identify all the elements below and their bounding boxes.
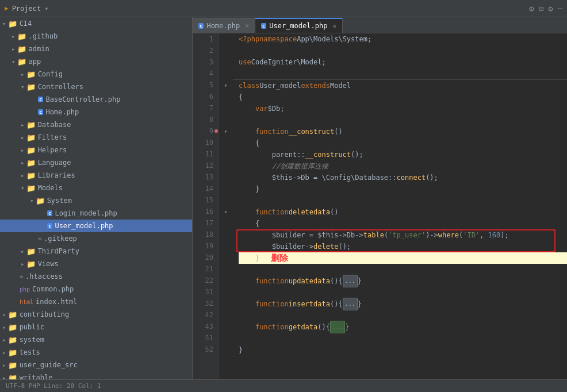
item-label: ThirdParty [38,247,79,255]
item-label: app [29,57,41,66]
folder-icon: 📁 [26,121,36,129]
folder-arrow-icon: ▸ [21,248,25,255]
line-num-4: 4 [193,68,213,79]
line-num-8: 8 [193,114,213,125]
code-line-21 [239,264,567,275]
tab-user-model-close[interactable]: ✕ [332,22,336,30]
folder-arrow-icon: ▸ [21,134,25,141]
sidebar-item-user_model[interactable]: cUser_model.php [0,220,192,232]
sidebar-item-writable[interactable]: ▸📁writable [0,371,192,379]
sidebar-item-github[interactable]: ▸📁.github [0,30,192,43]
sidebar-item-admin[interactable]: ▸📁admin [0,43,192,55]
sidebar-item-public[interactable]: ▸📁public [0,321,192,333]
sidebar-item-index[interactable]: htmlindex.html [0,295,192,308]
gutter-cell-7 [219,102,233,114]
item-label: writable [20,374,53,379]
settings-icon[interactable]: ⚙ [529,4,534,13]
gear-icon[interactable]: ⚙ [548,4,553,13]
main-layout: ▾📁CI4▸📁.github▸📁admin▾📁app▸📁Config▾📁Cont… [0,17,567,379]
tab-user-model-php[interactable]: c User_model.php ✕ [255,18,343,33]
folder-arrow-icon: ▸ [21,121,25,129]
gutter-cell-17 [219,217,233,229]
code-line-42 [239,310,567,321]
sidebar-item-helpers[interactable]: ▸📁Helpers [0,144,192,156]
item-label: Home.php [45,108,79,116]
item-label: contributing [20,310,70,318]
line-num-19: 19 [193,240,213,252]
project-icon: ▶ [5,5,9,12]
sidebar-item-basecontroller[interactable]: cBaseController.php [0,93,192,106]
sidebar-item-app[interactable]: ▾📁app [0,55,192,68]
gutter-cell-22 [219,275,233,286]
folder-icon: 📁 [26,159,36,167]
item-label: Views [38,260,59,268]
file-c-icon: c [47,210,52,216]
file-c-icon: c [38,97,43,102]
code-line-20: }删除 [239,252,567,264]
line-num-13: 13 [193,171,213,183]
file-c-icon: c [47,223,52,229]
line-num-3: 3 [193,56,213,68]
sidebar-item-thirdparty[interactable]: ▸📁ThirdParty [0,245,192,258]
fold-icon[interactable]: ▾ [224,209,227,215]
folder-arrow-icon: ▸ [21,172,25,179]
item-label: .github [29,32,58,40]
sidebar-item-tests[interactable]: ▸📁tests [0,346,192,359]
folder-arrow-icon: ▸ [21,260,25,268]
sidebar-item-system[interactable]: ▾📁System [0,194,192,207]
folder-icon: 📁 [26,83,36,91]
sidebar-item-controllers[interactable]: ▾📁Controllers [0,80,192,93]
fold-icon[interactable]: ▾ [224,82,227,89]
sidebar-item-config[interactable]: ▸📁Config [0,68,192,80]
sidebar-item-user_guide_src[interactable]: ▸📁user_guide_src [0,359,192,371]
line-num-18: 18 [193,229,213,240]
folder-arrow-icon: ▾ [2,20,6,28]
gutter-cell-5: ▾ [219,79,233,91]
fold-icon[interactable]: ▾ [224,128,227,134]
code-line-12: //创建数据库连接 [239,160,567,172]
gutter-cell-3 [219,56,233,68]
folder-icon: 📁 [8,374,17,380]
line-num-2: 2 [193,45,213,56]
sidebar[interactable]: ▾📁CI4▸📁.github▸📁admin▾📁app▸📁Config▾📁Cont… [0,17,193,379]
gutter-cell-8 [219,114,233,125]
split-icon[interactable]: ⊟ [539,4,543,13]
gutter-cell-31 [219,286,233,298]
title-dropdown[interactable]: ▾ [44,5,48,13]
code-line-43: function getdata(){...} [239,321,567,333]
tab-home-php[interactable]: c Home.php ✕ [193,18,255,33]
line-num-11: 11 [193,148,213,160]
sidebar-item-ci4[interactable]: ▾📁CI4 [0,17,192,30]
sidebar-item-filters[interactable]: ▸📁Filters [0,131,192,144]
folder-arrow-icon: ▾ [21,185,25,192]
gutter-cell-20 [219,252,233,263]
line-num-43: 43 [193,321,213,332]
gutter-cell-42 [219,309,233,321]
code-line-1: <?php namespace App\Models\System; [239,33,567,45]
code-container[interactable]: 1234567891011121314151617181920212231324… [193,33,567,379]
item-label: admin [29,45,49,53]
code-line-52: } [239,344,567,356]
sidebar-item-models[interactable]: ▾📁Models [0,182,192,194]
sidebar-item-common[interactable]: phpCommon.php [0,283,192,295]
tab-home-close[interactable]: ✕ [245,22,249,29]
code-line-14: } [239,183,567,195]
minimize-icon[interactable]: ─ [558,4,562,13]
code-line-9: function __construct() [239,126,567,137]
sidebar-item-views[interactable]: ▸📁Views [0,258,192,270]
sidebar-item-contributing[interactable]: ▸📁contributing [0,308,192,321]
gutter-cell-52 [219,344,233,355]
line-num-17: 17 [193,217,213,229]
line-num-32: 32 [193,298,213,309]
sidebar-item-language[interactable]: ▸📁Language [0,156,192,169]
sidebar-item-htaccess[interactable]: ≡.htaccess [0,270,192,283]
sidebar-item-database[interactable]: ▸📁Database [0,118,192,131]
sidebar-item-home[interactable]: cHome.php [0,106,192,118]
code-lines: <?php namespace App\Models\System; use C… [233,33,567,379]
sidebar-item-system2[interactable]: ▸📁system [0,333,192,346]
sidebar-item-login_model[interactable]: cLogin_model.php [0,207,192,220]
sidebar-item-libraries[interactable]: ▸📁Libraries [0,169,192,182]
tabs-bar: c Home.php ✕ c User_model.php ✕ [193,17,567,33]
folder-icon: 📁 [26,247,36,256]
sidebar-item-gitkeep[interactable]: ≡.gitkeep [0,232,192,245]
